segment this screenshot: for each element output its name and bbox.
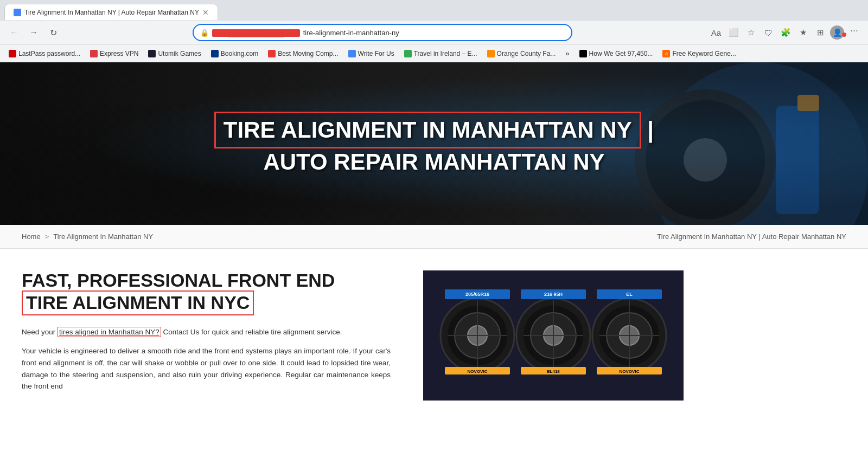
bookmark-lastpass[interactable]: LastPass password... xyxy=(4,48,85,59)
bookmark-label: Utomik Games xyxy=(158,50,201,57)
back-button[interactable]: ← xyxy=(7,25,22,40)
shield-button[interactable]: 🛡 xyxy=(761,25,776,40)
breadcrumb-separator: > xyxy=(45,233,49,241)
menu-area: ⋯ xyxy=(846,23,861,42)
more-options-button[interactable]: ⋯ xyxy=(846,23,861,38)
bookmark-freekw[interactable]: a Free Keyword Gene... xyxy=(658,48,740,59)
bookmark-label: Booking.com xyxy=(221,50,258,57)
breadcrumb-current-page: Tire Alignment In Manhattan NY xyxy=(53,233,153,241)
bookmark-more-label: » xyxy=(565,49,569,57)
bookmark-label: How We Get 97,450... xyxy=(589,50,653,57)
url-path: tire-alignment-in-manhattan-ny xyxy=(303,29,399,37)
address-bar-row: ← → ↻ 🔒 ████████████ tire-alignment-in-m… xyxy=(0,21,868,44)
bookmark-howwe[interactable]: How We Get 97,450... xyxy=(575,48,658,59)
extensions-button[interactable]: 🧩 xyxy=(778,25,793,40)
hero-title: TIRE ALIGNMENT IN MANHATTAN NY | AUTO RE… xyxy=(163,112,705,176)
freekw-favicon: a xyxy=(662,50,670,57)
forward-button[interactable]: → xyxy=(26,25,41,40)
svg-text:216 95H: 216 95H xyxy=(544,292,563,297)
reader-mode-button[interactable]: Aa xyxy=(709,25,724,40)
bookmark-moving[interactable]: Best Moving Comp... xyxy=(264,48,342,59)
bookmark-travel[interactable]: Travel in Ireland – E... xyxy=(400,48,482,59)
bookmark-utomik[interactable]: Utomik Games xyxy=(144,48,205,59)
hero-banner: TIRE ALIGNMENT IN MANHATTAN NY | AUTO RE… xyxy=(0,62,868,225)
hero-title-container: TIRE ALIGNMENT IN MANHATTAN NY | AUTO RE… xyxy=(163,112,705,176)
content-heading: FAST, PROFESSIONAL FRONT END TIRE ALIGNM… xyxy=(22,270,391,315)
svg-rect-4 xyxy=(797,95,819,111)
breadcrumb-bar: Home > Tire Alignment In Manhattan NY Ti… xyxy=(0,225,868,249)
screenshot-button[interactable]: ⬜ xyxy=(726,25,741,40)
breadcrumb-left: Home > Tire Alignment In Manhattan NY xyxy=(22,233,153,241)
hero-title-part2: AUTO REPAIR MANHATTAN NY xyxy=(263,149,604,175)
heading-line1: FAST, PROFESSIONAL FRONT END xyxy=(22,270,335,290)
browser-toolbar-icons: Aa ⬜ ☆ 🛡 🧩 ★ ⊞ 👤 ⋯ xyxy=(709,23,861,42)
bookmark-label: Orange County Fa... xyxy=(497,50,556,57)
heading-line2: TIRE ALIGNMENT IN NYC xyxy=(22,290,254,315)
content-left: FAST, PROFESSIONAL FRONT END TIRE ALIGNM… xyxy=(22,270,391,403)
active-tab[interactable]: Tire Alignment In Manhattan NY | Auto Re… xyxy=(4,4,218,20)
intro-paragraph: Need your tires aligned in Manhattan NY?… xyxy=(22,326,391,338)
tab-bar: Tire Alignment In Manhattan NY | Auto Re… xyxy=(0,0,868,21)
utomik-favicon xyxy=(148,50,156,57)
inline-link[interactable]: tires aligned in Manhattan NY? xyxy=(58,327,161,337)
favorites-button[interactable]: ☆ xyxy=(743,25,758,40)
redacted-url: ████████████ xyxy=(212,29,300,37)
main-content: FAST, PROFESSIONAL FRONT END TIRE ALIGNM… xyxy=(0,249,760,424)
tire-image: 205/65R16 NOVOVIC 216 95H EL418 xyxy=(423,270,684,401)
lock-icon: 🔒 xyxy=(200,29,209,37)
tab-title: Tire Alignment In Manhattan NY | Auto Re… xyxy=(24,9,199,16)
address-bar[interactable]: 🔒 ████████████ tire-alignment-in-manhatt… xyxy=(193,24,572,41)
bookmark-write[interactable]: Write For Us xyxy=(344,48,399,59)
travel-favicon xyxy=(404,50,412,57)
tab-close-button[interactable]: ✕ xyxy=(202,8,209,17)
refresh-button[interactable]: ↻ xyxy=(46,25,61,40)
tab-favicon xyxy=(14,9,21,16)
lastpass-favicon xyxy=(9,50,16,57)
hero-title-separator: | xyxy=(647,117,654,143)
bookmark-label: Write For Us xyxy=(358,50,394,57)
bookmark-expressvpn[interactable]: Express VPN xyxy=(86,48,143,59)
hero-title-outlined: TIRE ALIGNMENT IN MANHATTAN NY xyxy=(214,112,641,148)
svg-text:205/65R16: 205/65R16 xyxy=(465,292,489,297)
expressvpn-favicon xyxy=(90,50,98,57)
collections-button[interactable]: ★ xyxy=(795,25,810,40)
content-right: 205/65R16 NOVOVIC 216 95H EL418 xyxy=(423,270,684,403)
svg-text:EL418: EL418 xyxy=(547,369,560,374)
moving-favicon xyxy=(268,50,276,57)
browser-chrome: Tire Alignment In Manhattan NY | Auto Re… xyxy=(0,0,868,62)
bookmark-label: Best Moving Comp... xyxy=(278,50,338,57)
body-paragraph: Your vehicle is engineered to deliver a … xyxy=(22,345,391,392)
bookmarks-bar: LastPass password... Express VPN Utomik … xyxy=(0,44,868,62)
bookmark-label: LastPass password... xyxy=(18,50,80,57)
notification-dot xyxy=(842,33,846,37)
breadcrumb-right: Tire Alignment In Manhattan NY | Auto Re… xyxy=(657,233,846,241)
bookmark-label: Free Keyword Gene... xyxy=(672,50,736,57)
svg-text:EL: EL xyxy=(626,292,633,297)
howwe-favicon xyxy=(579,50,587,57)
bookmark-more[interactable]: » xyxy=(561,48,573,59)
breadcrumb-home-link[interactable]: Home xyxy=(22,233,41,241)
bookmark-orange[interactable]: Orange County Fa... xyxy=(483,48,560,59)
address-text: ████████████ tire-alignment-in-manhattan… xyxy=(212,29,565,37)
booking-favicon xyxy=(211,50,219,57)
workspaces-button[interactable]: ⊞ xyxy=(813,25,828,40)
bookmark-label: Travel in Ireland – E... xyxy=(414,50,477,57)
svg-rect-3 xyxy=(776,106,819,214)
bookmark-label: Express VPN xyxy=(100,50,138,57)
bookmark-booking[interactable]: Booking.com xyxy=(207,48,263,59)
svg-text:NOVOVIC: NOVOVIC xyxy=(620,369,640,374)
profile-avatar[interactable]: 👤 xyxy=(830,25,844,40)
write-favicon xyxy=(348,50,356,57)
svg-text:NOVOVIC: NOVOVIC xyxy=(468,369,488,374)
orange-favicon xyxy=(487,50,495,57)
